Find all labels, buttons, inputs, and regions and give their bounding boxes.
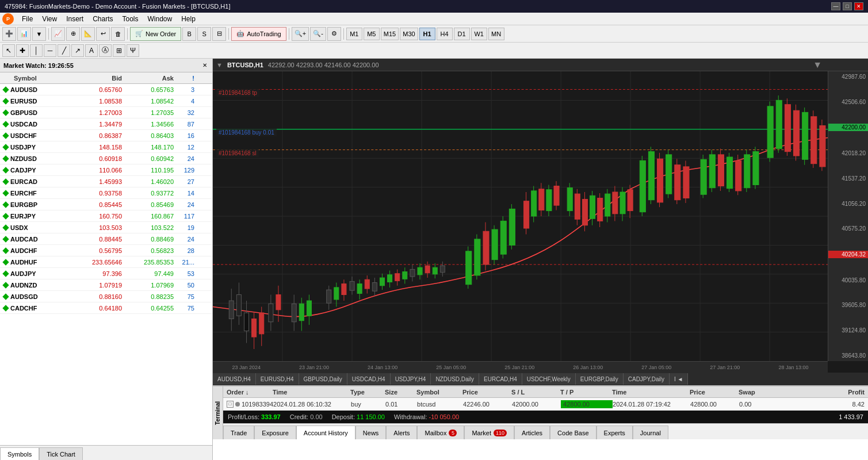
market-watch-row[interactable]: AUDJPY 97.396 97.449 53 xyxy=(0,268,212,279)
indicators-btn[interactable]: 📈 xyxy=(51,27,65,41)
tab-codebase[interactable]: Code Base xyxy=(550,425,596,439)
menu-charts[interactable]: Charts xyxy=(88,14,117,24)
cursor-tool[interactable]: ↖ xyxy=(2,44,15,57)
tab-tick-chart[interactable]: Tick Chart xyxy=(39,447,83,460)
market-watch-row[interactable]: AUDCHF 0.56795 0.56823 28 xyxy=(0,245,212,256)
text-label-tool[interactable]: Ⓐ xyxy=(99,44,112,57)
sym-tab-eurcad[interactable]: EURCAD,H4 xyxy=(479,373,522,385)
sym-tab-gbpusd[interactable]: GBPUSD,Daily xyxy=(299,373,347,385)
col-bid: Bid xyxy=(70,75,122,82)
delete-btn[interactable]: 🗑 xyxy=(111,27,125,41)
horizontal-line-tool[interactable]: ─ xyxy=(44,44,56,57)
menu-file[interactable]: File xyxy=(17,14,37,24)
tab-account-history[interactable]: Account History xyxy=(296,425,355,439)
tf-h4[interactable]: H4 xyxy=(437,28,453,40)
tab-alerts[interactable]: Alerts xyxy=(386,425,417,439)
trend-line-tool[interactable]: ╱ xyxy=(58,44,70,57)
sym-tab-usdchf[interactable]: USDCHF,Weekly xyxy=(522,373,576,385)
market-watch-row[interactable]: AUDSGD 0.88160 0.88235 75 xyxy=(0,291,212,302)
text-tool[interactable]: A xyxy=(85,44,98,57)
sym-tab-eurgbp[interactable]: EURGBP,Daily xyxy=(576,373,624,385)
buy-btn[interactable]: B xyxy=(182,27,196,41)
sell-btn[interactable]: S xyxy=(197,27,211,41)
market-watch-row[interactable]: AUDHUF 233.65646 235.85353 21... xyxy=(0,256,212,268)
market-watch-row[interactable]: AUDUSD 0.65760 0.65763 3 xyxy=(0,84,212,95)
market-watch-row[interactable]: EURCAD 1.45993 1.46020 27 xyxy=(0,176,212,187)
market-depth-btn[interactable]: ⊟ xyxy=(212,27,226,41)
crosshair-tool[interactable]: ✚ xyxy=(16,44,29,57)
tf-m30[interactable]: M30 xyxy=(400,28,418,40)
menu-insert[interactable]: Insert xyxy=(62,14,88,24)
market-watch-row[interactable]: EURCHF 0.93758 0.93772 14 xyxy=(0,187,212,199)
sym-tab-nav[interactable]: I ◄ xyxy=(670,373,688,385)
tf-m1[interactable]: M1 xyxy=(346,28,362,40)
svg-rect-52 xyxy=(365,279,369,289)
tab-symbols[interactable]: Symbols xyxy=(0,447,39,460)
order-expand-icon[interactable]: □ xyxy=(227,401,234,408)
new-order-button[interactable]: 🛒 New Order xyxy=(130,27,181,41)
col-price: Price xyxy=(462,389,511,396)
sym-tab-audusd[interactable]: AUDUSD,H4 xyxy=(213,373,256,385)
fib-tool[interactable]: Ψ xyxy=(127,44,139,57)
tf-m15[interactable]: M15 xyxy=(381,28,399,40)
menu-help[interactable]: Help xyxy=(177,14,200,24)
sym-tab-nzdusd[interactable]: NZDUSD,Daily xyxy=(431,373,479,385)
menu-window[interactable]: Window xyxy=(143,14,177,24)
market-watch-row[interactable]: EURGBP 0.85445 0.85469 24 xyxy=(0,199,212,210)
chart-type-btn[interactable]: 📊 xyxy=(17,27,31,41)
market-watch-row[interactable]: USDX 103.503 103.522 19 xyxy=(0,222,212,233)
templates-btn[interactable]: ▼ xyxy=(32,27,46,41)
market-watch-row[interactable]: CADCHF 0.64180 0.64255 75 xyxy=(0,302,212,314)
vertical-line-tool[interactable]: │ xyxy=(30,44,43,57)
minimize-button[interactable]: — xyxy=(831,2,840,10)
maximize-button[interactable]: □ xyxy=(843,2,852,10)
tab-journal[interactable]: Journal xyxy=(633,425,668,439)
market-watch-row[interactable]: EURJPY 160.750 160.867 117 xyxy=(0,210,212,222)
market-watch-row[interactable]: NZDUSD 0.60918 0.60942 24 xyxy=(0,153,212,164)
tab-articles[interactable]: Articles xyxy=(514,425,550,439)
sym-tab-usdjpy[interactable]: USDJPY,H4 xyxy=(391,373,431,385)
menu-view[interactable]: View xyxy=(37,14,62,24)
market-watch-close[interactable]: ✕ xyxy=(201,62,209,70)
market-watch-row[interactable]: USDJPY 148.158 148.170 12 xyxy=(0,141,212,153)
tab-exposure[interactable]: Exposure xyxy=(254,425,296,439)
tf-m5[interactable]: M5 xyxy=(364,28,380,40)
line-studies-btn[interactable]: 📐 xyxy=(81,27,95,41)
crosshair-btn[interactable]: ⊕ xyxy=(66,27,80,41)
market-watch-columns: Symbol Bid Ask ! xyxy=(0,72,212,84)
tab-market[interactable]: Market 110 xyxy=(464,425,514,439)
undo-btn[interactable]: ↩ xyxy=(96,27,110,41)
close-button[interactable]: ✕ xyxy=(854,2,863,10)
sym-tab-usdcad[interactable]: USDCAD,H4 xyxy=(347,373,391,385)
tf-d1[interactable]: D1 xyxy=(454,28,470,40)
svg-rect-88 xyxy=(531,191,537,216)
market-watch-row[interactable]: USDCAD 1.34479 1.34566 87 xyxy=(0,118,212,130)
zoom-in-btn[interactable]: 🔍+ xyxy=(292,27,309,41)
properties-btn[interactable]: ⚙ xyxy=(327,27,341,41)
market-watch-row[interactable]: GBPUSD 1.27003 1.27035 32 xyxy=(0,107,212,118)
tab-experts[interactable]: Experts xyxy=(596,425,633,439)
chart-canvas[interactable]: #101984168 tp #101984168 buy 0.01 #10198… xyxy=(213,71,868,373)
sym-tab-cadjpy[interactable]: CADJPY,Daily xyxy=(624,373,670,385)
autotrading-button[interactable]: 🤖 AutoTrading xyxy=(231,27,286,41)
market-watch-row[interactable]: CADJPY 110.066 110.195 129 xyxy=(0,164,212,176)
terminal-side-tab[interactable]: Terminal xyxy=(213,386,223,439)
market-watch-row[interactable]: USDCHF 0.86387 0.86403 16 xyxy=(0,130,212,141)
market-watch-row[interactable]: AUDCAD 0.88445 0.88469 24 xyxy=(0,233,212,245)
multi-tool[interactable]: ⊞ xyxy=(113,44,125,57)
zoom-out-btn[interactable]: 🔍- xyxy=(310,27,326,41)
row-symbol: EURCAD xyxy=(10,178,70,185)
market-watch-row[interactable]: EURUSD 1.08538 1.08542 4 xyxy=(0,95,212,107)
tab-news[interactable]: News xyxy=(355,425,387,439)
arrow-tool[interactable]: ↗ xyxy=(71,44,84,57)
tab-mailbox[interactable]: Mailbox 5 xyxy=(417,425,464,439)
tf-mn[interactable]: MN xyxy=(488,28,504,40)
new-chart-btn[interactable]: ➕ xyxy=(2,27,16,41)
menu-tools[interactable]: Tools xyxy=(118,14,143,24)
tab-trade[interactable]: Trade xyxy=(223,425,254,439)
sym-tab-eurusd[interactable]: EURUSD,H4 xyxy=(256,373,299,385)
tf-h1[interactable]: H1 xyxy=(419,28,435,40)
terminal-label: Terminal xyxy=(215,401,221,425)
tf-w1[interactable]: W1 xyxy=(471,28,487,40)
market-watch-row[interactable]: AUDNZD 1.07919 1.07969 50 xyxy=(0,279,212,291)
